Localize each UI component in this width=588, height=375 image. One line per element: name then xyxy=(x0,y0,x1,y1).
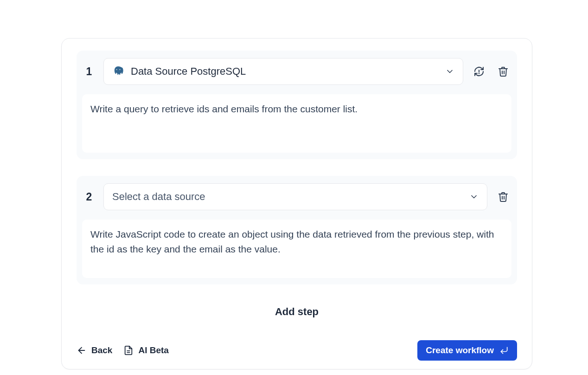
svg-point-2 xyxy=(116,70,117,70)
document-icon xyxy=(123,345,134,356)
back-button[interactable]: Back xyxy=(77,345,112,356)
step-instruction-input[interactable]: Write a query to retrieve ids and emails… xyxy=(82,94,511,153)
step-header: 2 Select a data source xyxy=(82,183,511,210)
datasource-select[interactable]: Select a data source xyxy=(103,183,487,210)
datasource-label: Select a data source xyxy=(112,191,463,203)
workflow-step: 1 Data Source PostgreSQL xyxy=(77,51,517,159)
svg-point-5 xyxy=(479,73,479,74)
svg-point-3 xyxy=(120,70,120,70)
step-number: 2 xyxy=(82,191,96,203)
datasource-label: Data Source PostgreSQL xyxy=(131,65,439,78)
add-step-button[interactable]: Add step xyxy=(77,306,517,318)
refresh-button[interactable] xyxy=(471,63,487,80)
workflow-step: 2 Select a data source Write JavaScript … xyxy=(77,176,517,284)
step-header: 1 Data Source PostgreSQL xyxy=(82,58,511,85)
arrow-left-icon xyxy=(77,345,87,356)
enter-key-icon xyxy=(499,346,509,355)
create-workflow-label: Create workflow xyxy=(426,345,494,356)
create-workflow-button[interactable]: Create workflow xyxy=(417,340,517,361)
delete-step-button[interactable] xyxy=(495,63,511,80)
workflow-card: 1 Data Source PostgreSQL xyxy=(61,38,532,369)
footer-left: Back AI Beta xyxy=(77,345,406,356)
footer: Back AI Beta Create workflow xyxy=(77,340,517,361)
step-number: 1 xyxy=(82,65,96,78)
postgres-icon xyxy=(112,65,124,78)
delete-step-button[interactable] xyxy=(495,188,511,205)
back-label: Back xyxy=(91,345,112,356)
datasource-select[interactable]: Data Source PostgreSQL xyxy=(103,58,463,85)
chevron-down-icon xyxy=(469,192,479,201)
step-instruction-input[interactable]: Write JavaScript code to create an objec… xyxy=(82,220,511,278)
ai-beta-badge: AI Beta xyxy=(123,345,168,356)
chevron-down-icon xyxy=(445,67,454,76)
ai-beta-label: AI Beta xyxy=(138,345,168,356)
